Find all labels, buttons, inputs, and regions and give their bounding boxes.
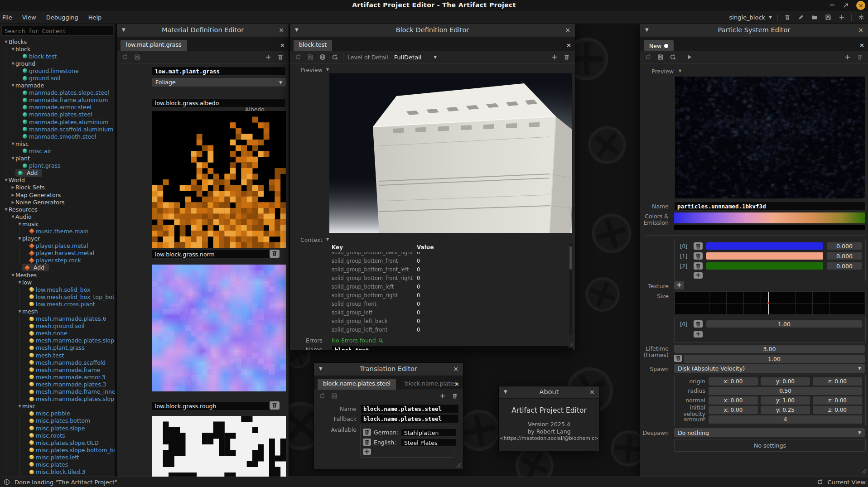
- block-name-input[interactable]: block.test: [332, 345, 574, 350]
- lifetime-value-button[interactable]: 3.00: [674, 345, 865, 353]
- tree-item-low-mesh-solid-box-top-bottom[interactable]: low.mesh.solid_box_top_bottom: [0, 293, 115, 300]
- tree-item-music-theme-main[interactable]: music.theme.main: [0, 227, 115, 235]
- scrollbar-thumb[interactable]: [569, 246, 572, 270]
- open-button[interactable]: [810, 13, 819, 21]
- tree-item-manmade-armor-steel[interactable]: manmade.armor.steel: [0, 104, 115, 111]
- resize-grip[interactable]: [456, 463, 462, 468]
- resize-grip[interactable]: [568, 343, 574, 348]
- close-tab-button[interactable]: ×: [859, 42, 864, 48]
- refresh-icon[interactable]: [121, 53, 129, 61]
- tree-item-misc-block-tiled-3[interactable]: misc.block.tiled.3: [0, 468, 115, 476]
- collapse-icon[interactable]: ▼: [17, 236, 22, 241]
- delete-size-button[interactable]: [694, 320, 703, 328]
- albedo-texture-input[interactable]: low.block.grass.albedo: [152, 98, 286, 107]
- collapse-icon[interactable]: ▼: [17, 280, 22, 284]
- delete-block-button[interactable]: [783, 13, 791, 21]
- size-curve-graph[interactable]: [674, 291, 866, 315]
- value-button[interactable]: x: 0.00: [709, 406, 758, 414]
- tree-item-mesh-manmade-armor-3[interactable]: mesh.manmade.armor.3: [0, 373, 115, 381]
- tree-item-mesh-manmade-plates-3[interactable]: mesh.manmade.plates.3: [0, 381, 115, 388]
- tree-add-button[interactable]: Add: [0, 169, 115, 177]
- context-row[interactable]: solid_group_left_back0: [332, 317, 565, 325]
- reload-icon[interactable]: [669, 53, 677, 61]
- add-icon[interactable]: [439, 392, 447, 400]
- add-icon[interactable]: [844, 53, 852, 61]
- collapse-icon[interactable]: ▼: [17, 309, 22, 313]
- tree-item-misc-plates-slope-OLD[interactable]: misc.plates.slope.OLD: [0, 439, 115, 446]
- tree-item-manmade-frame-aluminium[interactable]: manmade.frame.aluminium: [0, 96, 115, 104]
- delete-color-button[interactable]: [694, 242, 703, 250]
- material-name-input[interactable]: low.mat.plant.grass: [152, 67, 286, 76]
- color-swatch[interactable]: [706, 252, 823, 260]
- menu-file[interactable]: File: [2, 14, 12, 21]
- close-tab-button[interactable]: ×: [566, 42, 571, 48]
- particle-name-input[interactable]: particles.unnnamed.1bkvf3d: [674, 202, 866, 211]
- reload-icon[interactable]: [331, 53, 339, 61]
- menu-debugging[interactable]: Debugging: [46, 14, 78, 21]
- play-icon[interactable]: [685, 53, 694, 61]
- tree-item-misc-plates-slope[interactable]: misc.plates.slope: [0, 424, 115, 432]
- save-button[interactable]: [824, 13, 832, 21]
- panel-header[interactable]: ▼ About ×: [499, 386, 599, 399]
- value-button[interactable]: x: 0.00: [709, 396, 758, 405]
- collapse-icon[interactable]: ▼: [10, 215, 15, 219]
- refresh-icon[interactable]: [644, 53, 652, 61]
- close-panel-button[interactable]: ×: [452, 365, 459, 372]
- tree-item-plant-grass[interactable]: plant.grass: [0, 162, 115, 169]
- tree-item-low-mesh-solid-box[interactable]: low.mesh.solid_box: [0, 286, 115, 293]
- close-panel-button[interactable]: ×: [278, 26, 285, 34]
- tree-item-player-step-rock[interactable]: player.step.rock: [0, 257, 115, 264]
- save-icon[interactable]: [656, 53, 665, 61]
- tree-item-manmade-plates-slope-steel[interactable]: manmade.plates.slope.steel: [0, 89, 115, 96]
- tab-translation-steel[interactable]: block.name.plates.steel: [318, 379, 396, 390]
- close-panel-button[interactable]: ×: [564, 26, 571, 34]
- tree-category-audio[interactable]: ▼Audio: [0, 213, 115, 220]
- collapse-icon[interactable]: ▼: [10, 62, 15, 66]
- add-texture-button[interactable]: [674, 281, 684, 289]
- context-row[interactable]: solid_group_left_front0: [332, 325, 565, 334]
- settings-asterisk-button[interactable]: [857, 13, 865, 21]
- tree-item-mesh-none[interactable]: mesh.none: [0, 330, 115, 337]
- trash-icon[interactable]: [451, 392, 459, 400]
- add-button[interactable]: [838, 13, 846, 21]
- save-icon[interactable]: [133, 53, 141, 61]
- close-tab-button[interactable]: ×: [280, 42, 285, 48]
- expand-icon[interactable]: ▶: [10, 200, 15, 204]
- about-url[interactable]: <https://mastodon.social/@biochemic>: [499, 435, 599, 441]
- tree-item-mesh-manmade-frame[interactable]: mesh.manmade.frame: [0, 366, 115, 373]
- add-icon[interactable]: [264, 53, 272, 61]
- collapse-icon[interactable]: ▼: [10, 156, 15, 160]
- panel-header[interactable]: ▼ Translation Editor ×: [314, 363, 463, 376]
- minimize-button[interactable]: [828, 2, 836, 9]
- collapse-icon[interactable]: ▼: [10, 273, 15, 277]
- tree-category-mesh[interactable]: ▼mesh: [0, 308, 115, 315]
- add-button[interactable]: Add: [22, 264, 49, 271]
- block-preview-image[interactable]: [329, 73, 572, 233]
- block-selector[interactable]: single_block ▼: [729, 14, 772, 21]
- tree-category-map-generators[interactable]: ▶Map Generators: [0, 191, 115, 198]
- tree-item-ground-soil[interactable]: ground.soil: [0, 74, 115, 82]
- tree-category-music[interactable]: ▼music: [0, 220, 115, 227]
- collapse-icon[interactable]: ▼: [4, 178, 9, 182]
- tree-category-meshes[interactable]: ▼Meshes: [0, 271, 115, 279]
- tree-item-mesh-manmade-plates-slope-3[interactable]: mesh.manmade.plates.slope.3: [0, 337, 115, 344]
- context-table[interactable]: solid_group_bottom_back_right0solid_grou…: [332, 252, 565, 335]
- context-row[interactable]: solid_group_bottom_back_right0: [332, 252, 565, 256]
- tree-item-block-test[interactable]: block.test: [0, 53, 115, 60]
- color-position-button[interactable]: 0.000: [827, 242, 862, 250]
- tree-item-mesh-ground-soil[interactable]: mesh.ground.soil: [0, 323, 115, 330]
- panel-header[interactable]: ▼ Particle System Editor ×: [640, 24, 868, 37]
- particle-preview-image[interactable]: [675, 77, 865, 198]
- collapse-preview-icon[interactable]: ▼: [679, 69, 681, 73]
- collapse-icon[interactable]: ▼: [10, 83, 15, 87]
- tree-category-player[interactable]: ▼player: [0, 235, 115, 242]
- color-swatch[interactable]: [706, 242, 823, 250]
- tree-category-manmade[interactable]: ▼manmade: [0, 82, 115, 89]
- tree-category-block[interactable]: ▼block: [0, 45, 115, 53]
- close-tab-button[interactable]: ×: [454, 381, 459, 387]
- value-button[interactable]: y: 1.00: [761, 396, 810, 405]
- tree-item-manmade-plates-steel[interactable]: manmade.plates.steel: [0, 111, 115, 118]
- tree-category-block-sets[interactable]: ▶Block Sets: [0, 184, 115, 191]
- close-panel-button[interactable]: ×: [857, 26, 864, 34]
- tree-item-mesh-manmade-plates-slope-6[interactable]: mesh.manmade.plates.slope.6: [0, 395, 115, 403]
